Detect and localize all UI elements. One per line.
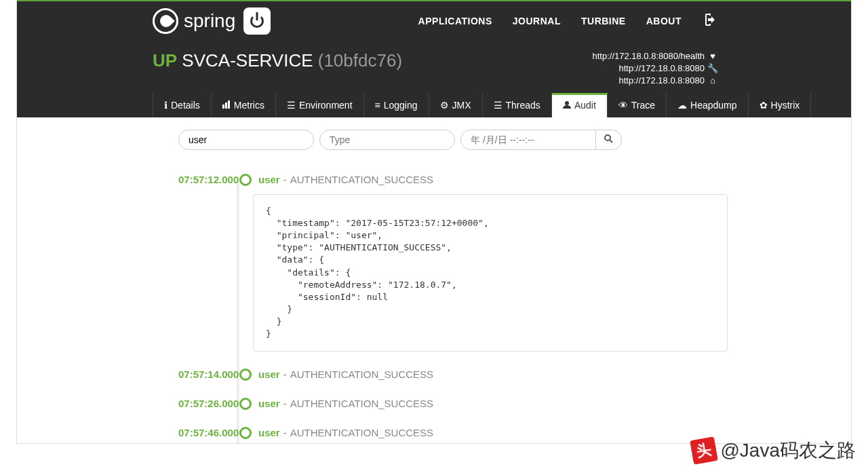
tab-details[interactable]: ℹDetails — [153, 93, 212, 117]
event-separator: - — [283, 398, 287, 409]
svg-line-5 — [610, 140, 612, 143]
heart-icon: ♥ — [707, 50, 715, 62]
gear-icon: ✿ — [760, 100, 768, 111]
svg-point-3 — [565, 101, 569, 105]
status-badge: UP — [153, 50, 177, 71]
nav-about[interactable]: ABOUT — [646, 16, 682, 26]
timeline-dot-icon — [239, 174, 252, 186]
event-separator: - — [283, 427, 287, 438]
audit-event: 07:57:46.000 user - AUTHENTICATION_SUCCE… — [178, 427, 715, 439]
nav-applications[interactable]: APPLICATIONS — [418, 16, 492, 26]
tab-trace[interactable]: 👁Trace — [608, 93, 667, 117]
event-separator: - — [283, 368, 287, 380]
timeline-dot-icon — [239, 427, 252, 439]
tab-logging[interactable]: ≡Logging — [364, 93, 429, 117]
svg-rect-2 — [228, 100, 230, 109]
event-time: 07:57:26.000 — [178, 398, 233, 409]
event-time: 07:57:14.000 — [178, 368, 233, 380]
endpoint-home[interactable]: http://172.18.0.8:8080⌂ — [592, 75, 715, 87]
watermark-text: @Java码农之路 — [720, 438, 856, 463]
list-icon: ☰ — [287, 100, 296, 111]
endpoint-health[interactable]: http://172.18.0.8:8080/health♥ — [592, 50, 715, 62]
service-hash: (10bfdc76) — [318, 50, 402, 71]
timeline-dot-icon — [239, 368, 252, 381]
svg-rect-0 — [222, 105, 224, 109]
brand-text: spring — [184, 10, 235, 32]
event-time: 07:57:12.000 — [178, 174, 233, 185]
service-title: UP SVCA-SERVICE (10bfdc76) — [153, 50, 402, 71]
audit-event: 07:57:12.000 user - AUTHENTICATION_SUCCE… — [178, 174, 715, 352]
event-header[interactable]: 07:57:12.000 user - AUTHENTICATION_SUCCE… — [178, 174, 715, 186]
audit-event: 07:57:26.000 user - AUTHENTICATION_SUCCE… — [178, 398, 715, 410]
service-name: SVCA-SERVICE — [182, 50, 313, 71]
audit-event: 07:57:14.000 user - AUTHENTICATION_SUCCE… — [178, 368, 715, 381]
event-principal: user — [258, 368, 280, 380]
info-icon: ℹ — [164, 100, 167, 111]
tab-threads[interactable]: ☰Threads — [483, 93, 552, 117]
watermark-icon: 头 — [690, 436, 719, 465]
tab-environment[interactable]: ☰Environment — [276, 93, 364, 117]
tab-audit[interactable]: Audit — [552, 93, 608, 117]
event-header[interactable]: 07:57:46.000 user - AUTHENTICATION_SUCCE… — [178, 427, 715, 439]
main-nav: APPLICATIONS JOURNAL TURBINE ABOUT — [418, 14, 715, 29]
nav-journal[interactable]: JOURNAL — [513, 16, 561, 26]
svg-rect-1 — [225, 102, 227, 109]
nav-turbine[interactable]: TURBINE — [581, 16, 626, 26]
event-type: AUTHENTICATION_SUCCESS — [290, 427, 433, 438]
link-icon: ⚙ — [440, 100, 449, 111]
tab-heapdump[interactable]: ☁Heapdump — [667, 93, 749, 117]
event-header[interactable]: 07:57:26.000 user - AUTHENTICATION_SUCCE… — [178, 398, 715, 410]
datetime-filter-input[interactable] — [460, 130, 596, 150]
endpoint-list: http://172.18.0.8:8080/health♥ http://17… — [592, 50, 715, 88]
power-icon — [250, 14, 264, 28]
logo-group: spring — [153, 7, 271, 35]
download-icon: ☁ — [677, 100, 687, 111]
event-timeline: 07:57:12.000 user - AUTHENTICATION_SUCCE… — [178, 174, 715, 444]
bars-icon: ☰ — [494, 100, 502, 111]
event-time: 07:57:46.000 — [178, 427, 233, 438]
power-badge[interactable] — [243, 7, 271, 35]
event-type: AUTHENTICATION_SUCCESS — [290, 368, 433, 380]
eye-icon: 👁 — [618, 100, 628, 111]
audit-content: 07:57:12.000 user - AUTHENTICATION_SUCCE… — [17, 117, 851, 444]
logout-icon[interactable] — [702, 14, 715, 29]
event-principal: user — [258, 427, 280, 438]
service-header: UP SVCA-SERVICE (10bfdc76) http://172.18… — [17, 40, 851, 93]
chart-icon — [222, 100, 231, 111]
tab-hystrix[interactable]: ✿Hystrix — [749, 93, 812, 117]
align-icon: ≡ — [375, 100, 380, 111]
filter-row — [178, 130, 715, 150]
tab-bar: ℹDetails Metrics ☰Environment ≡Logging ⚙… — [17, 93, 851, 117]
type-filter-input[interactable] — [319, 130, 455, 150]
wrench-icon: 🔧 — [707, 62, 715, 75]
tab-metrics[interactable]: Metrics — [212, 93, 276, 117]
user-icon — [563, 100, 571, 111]
event-type: AUTHENTICATION_SUCCESS — [290, 398, 433, 409]
search-icon — [604, 134, 613, 143]
event-header[interactable]: 07:57:14.000 user - AUTHENTICATION_SUCCE… — [178, 368, 715, 381]
event-type: AUTHENTICATION_SUCCESS — [290, 174, 433, 185]
event-separator: - — [283, 174, 287, 185]
endpoint-management[interactable]: http://172.18.0.8:8080🔧 — [592, 62, 715, 75]
event-principal: user — [258, 398, 280, 409]
watermark: 头 头条 @Java码农之路 — [692, 438, 856, 463]
event-principal: user — [258, 174, 280, 185]
event-detail-json: { "timestamp": "2017-05-15T23:57:12+0000… — [253, 194, 728, 352]
home-icon: ⌂ — [707, 75, 715, 87]
search-button[interactable] — [596, 130, 622, 150]
tab-jmx[interactable]: ⚙JMX — [429, 93, 483, 117]
spring-logo[interactable]: spring — [153, 8, 235, 34]
spring-leaf-icon — [153, 8, 178, 34]
top-header: spring APPLICATIONS JOURNAL TURBINE ABOU… — [17, 0, 851, 40]
svg-point-4 — [605, 135, 610, 140]
timeline-dot-icon — [239, 398, 252, 410]
principal-filter-input[interactable] — [178, 130, 314, 150]
